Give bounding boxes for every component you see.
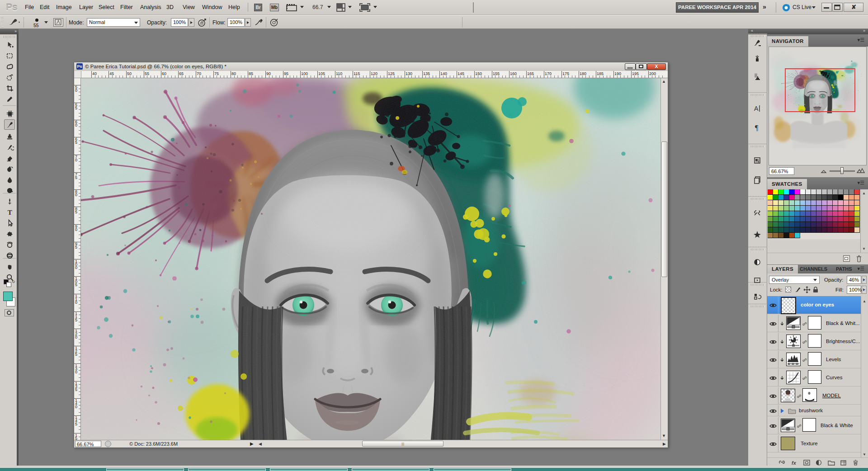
svg-text:fx: fx — [792, 460, 797, 466]
svg-text:A: A — [754, 105, 759, 112]
svg-text:¶: ¶ — [755, 124, 759, 132]
svg-text:T: T — [7, 208, 12, 216]
